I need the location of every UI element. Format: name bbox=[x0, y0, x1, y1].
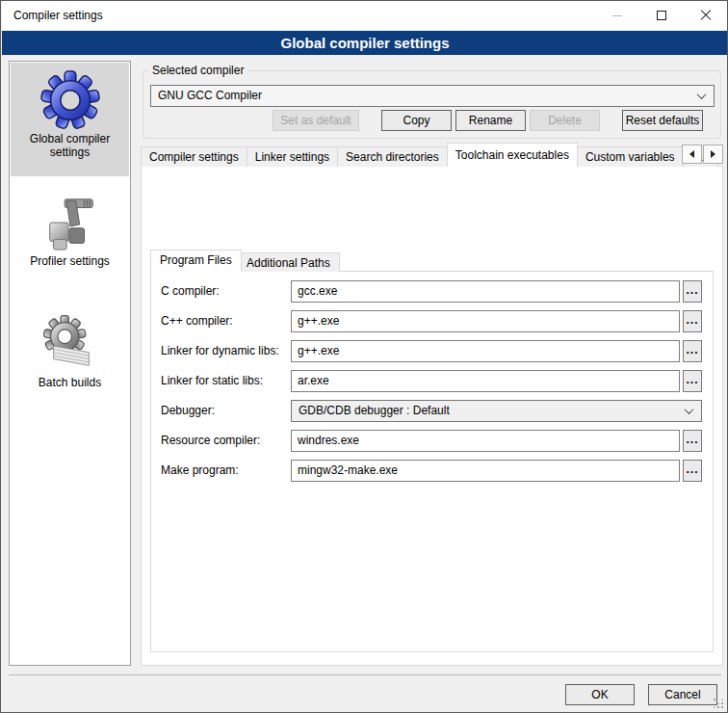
debugger-label: Debugger: bbox=[161, 400, 215, 422]
blue-gear-icon bbox=[40, 70, 100, 130]
tab-program-files[interactable]: Program Files bbox=[150, 250, 242, 272]
static-linker-label: Linker for static libs: bbox=[161, 370, 263, 392]
resource-compiler-browse-button[interactable]: ... bbox=[683, 430, 702, 452]
minimize-icon bbox=[612, 15, 622, 16]
settings-category-list: Global compiler settings Profiler settin… bbox=[9, 61, 131, 666]
window-title: Compiler settings bbox=[13, 9, 103, 22]
arrow-left-icon bbox=[689, 150, 694, 158]
make-program-browse-button[interactable]: ... bbox=[683, 460, 702, 482]
c-compiler-label: C compiler: bbox=[161, 280, 220, 303]
copy-button[interactable]: Copy bbox=[381, 110, 452, 131]
close-icon bbox=[700, 10, 712, 21]
tab-scroll-right-button[interactable] bbox=[703, 145, 723, 164]
resize-grip[interactable] bbox=[714, 699, 723, 708]
selected-compiler-group-label: Selected compiler bbox=[148, 64, 247, 77]
resource-compiler-label: Resource compiler: bbox=[161, 430, 260, 452]
cpp-compiler-input[interactable]: g++.exe bbox=[291, 310, 680, 332]
tab-custom-variables[interactable]: Custom variables bbox=[577, 146, 684, 167]
static-linker-input[interactable]: ar.exe bbox=[291, 370, 680, 392]
selected-compiler-value: GNU GCC Compiler bbox=[158, 89, 262, 102]
cpp-compiler-value: g++.exe bbox=[298, 314, 339, 328]
dynamic-linker-input[interactable]: g++.exe bbox=[291, 340, 680, 362]
program-files-page: C compiler: gcc.exe ... C++ compiler: g+… bbox=[150, 271, 714, 652]
resource-compiler-input[interactable]: windres.exe bbox=[291, 430, 680, 452]
static-linker-value: ar.exe bbox=[298, 374, 329, 387]
compiler-tabs: Compiler settings Linker settings Search… bbox=[141, 142, 723, 167]
cpp-compiler-label: C++ compiler: bbox=[161, 310, 233, 332]
chevron-down-icon bbox=[685, 405, 694, 414]
dynamic-linker-browse-button[interactable]: ... bbox=[683, 340, 702, 362]
make-program-input[interactable]: mingw32-make.exe bbox=[291, 460, 680, 482]
sidebar-item-profiler-settings[interactable]: Profiler settings bbox=[11, 185, 129, 281]
caliper-icon bbox=[40, 193, 100, 252]
tab-compiler-settings[interactable]: Compiler settings bbox=[141, 146, 247, 167]
c-compiler-input[interactable]: gcc.exe bbox=[291, 280, 680, 303]
c-compiler-browse-button[interactable]: ... bbox=[683, 280, 702, 303]
footer-divider bbox=[9, 674, 721, 675]
titlebar: Compiler settings bbox=[2, 1, 728, 30]
set-as-default-button[interactable]: Set as default bbox=[273, 110, 359, 131]
delete-button[interactable]: Delete bbox=[530, 110, 600, 131]
gray-gear-stack-icon bbox=[40, 314, 100, 374]
ok-button[interactable]: OK bbox=[565, 684, 635, 705]
rename-button[interactable]: Rename bbox=[455, 110, 526, 131]
reset-defaults-button[interactable]: Reset defaults bbox=[622, 110, 703, 131]
dynamic-linker-label: Linker for dynamic libs: bbox=[161, 340, 279, 362]
minimize-button[interactable] bbox=[595, 1, 639, 30]
make-program-label: Make program: bbox=[161, 460, 239, 482]
sidebar-item-label: Profiler settings bbox=[11, 254, 129, 276]
chevron-down-icon bbox=[697, 90, 707, 99]
tab-scroll-left-button[interactable] bbox=[682, 145, 702, 164]
tab-linker-settings[interactable]: Linker settings bbox=[247, 146, 338, 167]
tab-toolchain-executables[interactable]: Toolchain executables bbox=[447, 143, 578, 167]
cancel-button[interactable]: Cancel bbox=[648, 684, 717, 705]
dynamic-linker-value: g++.exe bbox=[298, 344, 339, 357]
c-compiler-value: gcc.exe bbox=[298, 284, 337, 298]
arrow-right-icon bbox=[711, 150, 715, 158]
tab-additional-paths[interactable]: Additional Paths bbox=[237, 252, 340, 272]
sidebar-item-global-compiler-settings[interactable]: Global compiler settings bbox=[11, 63, 129, 176]
maximize-icon bbox=[657, 11, 666, 20]
tab-search-directories[interactable]: Search directories bbox=[337, 146, 448, 167]
debugger-combobox[interactable]: GDB/CDB debugger : Default bbox=[291, 400, 702, 422]
sidebar-item-label: Global compiler settings bbox=[11, 132, 129, 167]
resource-compiler-value: windres.exe bbox=[298, 434, 359, 447]
sidebar-item-label: Batch builds bbox=[11, 376, 129, 397]
selected-compiler-combobox[interactable]: GNU GCC Compiler bbox=[150, 85, 715, 107]
static-linker-browse-button[interactable]: ... bbox=[683, 370, 702, 392]
compiler-settings-dialog: Compiler settings Global compiler settin… bbox=[0, 0, 728, 713]
close-button[interactable] bbox=[684, 1, 728, 30]
sidebar-item-batch-builds[interactable]: Batch builds bbox=[11, 306, 129, 403]
make-program-value: mingw32-make.exe bbox=[298, 463, 398, 477]
debugger-value: GDB/CDB debugger : Default bbox=[299, 404, 450, 417]
maximize-button[interactable] bbox=[639, 1, 684, 30]
page-title: Global compiler settings bbox=[2, 31, 728, 55]
cpp-compiler-browse-button[interactable]: ... bbox=[683, 310, 702, 332]
